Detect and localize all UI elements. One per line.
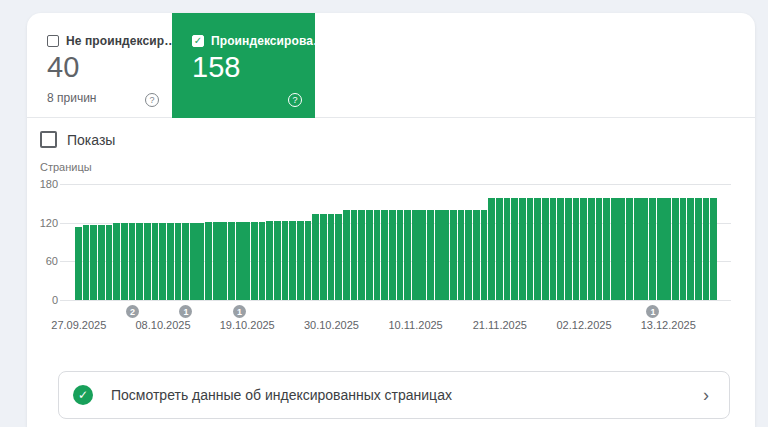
chart-bar[interactable] [657, 198, 664, 300]
chart-bar[interactable] [519, 198, 526, 300]
chart-bar[interactable] [703, 198, 710, 300]
chart-bar[interactable] [343, 210, 350, 300]
chart-bar[interactable] [450, 210, 457, 300]
chart-bar[interactable] [144, 223, 151, 300]
chart-bar[interactable] [488, 198, 495, 300]
chart-bar[interactable] [504, 198, 511, 300]
chart-bar[interactable] [511, 198, 518, 300]
chart-bar[interactable] [397, 210, 404, 300]
chart-bar[interactable] [626, 198, 633, 300]
chart-bar[interactable] [412, 210, 419, 300]
chart-bar[interactable] [473, 210, 480, 300]
chart-bar[interactable] [573, 198, 580, 300]
chart-bar[interactable] [152, 223, 159, 300]
chart-bar[interactable] [427, 210, 434, 300]
chart-bar[interactable] [442, 210, 449, 300]
chart-bar[interactable] [389, 210, 396, 300]
chart-bar[interactable] [496, 198, 503, 300]
chart-bar[interactable] [481, 210, 488, 300]
x-axis-tick-label: 27.09.2025 [39, 319, 119, 331]
chart-bar[interactable] [358, 210, 365, 300]
chart-bar[interactable] [83, 225, 90, 300]
chart-bar[interactable] [205, 222, 212, 300]
x-axis-tick-label: 30.10.2025 [291, 319, 371, 331]
view-indexed-pages-banner[interactable]: ✓ Посмотреть данные об индексированных с… [58, 371, 730, 419]
chart-bar[interactable] [641, 198, 648, 300]
chart-bar[interactable] [98, 225, 105, 300]
chart-bar[interactable] [113, 223, 120, 300]
chart-bar[interactable] [588, 198, 595, 300]
chart-bar[interactable] [159, 223, 166, 300]
date-annotation-badge[interactable]: 1 [233, 305, 246, 318]
banner-text: Посмотреть данные об индексированных стр… [111, 387, 685, 403]
chart-bar[interactable] [213, 222, 220, 300]
chart-bar[interactable] [596, 198, 603, 300]
chart-bar[interactable] [527, 198, 534, 300]
chart-bar[interactable] [197, 223, 204, 300]
chart-bar[interactable] [649, 198, 656, 300]
chart-bar[interactable] [136, 223, 143, 300]
chart-bar[interactable] [274, 221, 281, 300]
chart-bar[interactable] [289, 221, 296, 300]
chart-bar[interactable] [297, 221, 304, 300]
chart-bar[interactable] [550, 198, 557, 300]
chart-bar[interactable] [167, 223, 174, 300]
chart-bar[interactable] [580, 198, 587, 300]
chart-bar[interactable] [320, 214, 327, 300]
pages-chart: Страницы 180120600 2111 27.09.202508.10.… [27, 13, 755, 427]
chart-bar[interactable] [542, 198, 549, 300]
chart-bar[interactable] [611, 198, 618, 300]
chart-bar[interactable] [282, 221, 289, 300]
chart-bar[interactable] [672, 198, 679, 300]
chart-bar[interactable] [259, 222, 266, 300]
chart-bar[interactable] [374, 210, 381, 300]
chart-bar[interactable] [266, 221, 273, 300]
chart-bar[interactable] [236, 222, 243, 300]
chart-bar[interactable] [695, 198, 702, 300]
y-axis-tick-label: 180 [27, 178, 58, 190]
x-axis-tick-label: 19.10.2025 [207, 319, 287, 331]
chart-bar[interactable] [305, 221, 312, 300]
chart-bar[interactable] [190, 223, 197, 300]
chart-bar[interactable] [328, 214, 335, 300]
chart-bar[interactable] [687, 198, 694, 300]
chart-bar[interactable] [228, 222, 235, 300]
chart-bar[interactable] [182, 223, 189, 300]
chart-bar[interactable] [419, 210, 426, 300]
chart-bar[interactable] [458, 210, 465, 300]
chart-bar[interactable] [251, 222, 258, 300]
chart-bar[interactable] [634, 198, 641, 300]
chart-bar[interactable] [106, 225, 113, 300]
date-annotation-badge[interactable]: 2 [126, 305, 139, 318]
gridline [60, 300, 731, 301]
chart-bar[interactable] [243, 222, 250, 300]
chart-bar[interactable] [618, 198, 625, 300]
chart-bar[interactable] [175, 223, 182, 300]
chart-bar[interactable] [90, 225, 97, 300]
date-annotation-badge[interactable]: 1 [646, 305, 659, 318]
chart-bar[interactable] [75, 227, 82, 300]
x-axis-tick-label: 02.12.2025 [544, 319, 624, 331]
chart-bar[interactable] [680, 198, 687, 300]
chart-bar[interactable] [664, 198, 671, 300]
chart-bar[interactable] [129, 223, 136, 300]
date-annotation-badge[interactable]: 1 [179, 305, 192, 318]
chart-bar[interactable] [335, 214, 342, 300]
chart-bar[interactable] [710, 198, 717, 300]
chart-bar[interactable] [557, 198, 564, 300]
chart-bar[interactable] [366, 210, 373, 300]
chart-bar[interactable] [534, 198, 541, 300]
chart-bar[interactable] [603, 198, 610, 300]
chart-bar[interactable] [404, 210, 411, 300]
report-panel: Не проиндексир… 40 8 причин ? ✓ Проиндек… [27, 13, 755, 427]
chart-bar[interactable] [381, 210, 388, 300]
chart-bar[interactable] [565, 198, 572, 300]
y-axis-tick-label: 120 [27, 217, 58, 229]
chart-bar[interactable] [220, 222, 227, 300]
chart-bar[interactable] [121, 223, 128, 300]
chart-bars [75, 184, 718, 300]
chart-bar[interactable] [351, 210, 358, 300]
chart-bar[interactable] [465, 210, 472, 300]
chart-bar[interactable] [435, 210, 442, 300]
chart-bar[interactable] [312, 214, 319, 300]
